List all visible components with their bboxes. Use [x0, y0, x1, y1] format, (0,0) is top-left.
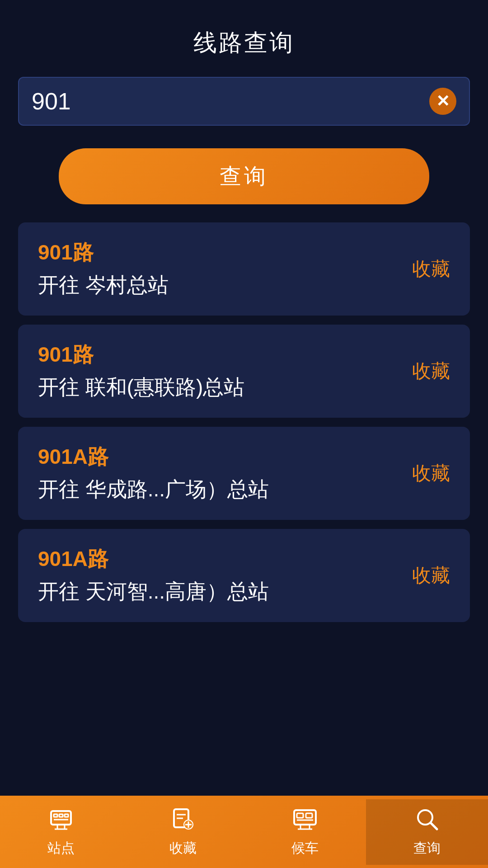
favorite-button-1[interactable]: 收藏 — [412, 256, 450, 282]
nav-label-waiting: 候车 — [291, 839, 319, 858]
page-container: 线路查询 ✕ 查询 901路 开往 岑村总站 收藏 901路 开往 联和(惠联路… — [0, 0, 488, 868]
waiting-icon — [292, 807, 318, 835]
favorite-button-2[interactable]: 收藏 — [412, 359, 450, 384]
svg-rect-16 — [306, 813, 312, 818]
route-dest-2: 开往 联和(惠联路)总站 — [38, 373, 403, 401]
nav-item-station[interactable]: 站点 — [0, 799, 122, 865]
result-info-4: 901A路 开往 天河智...高唐）总站 — [38, 545, 403, 606]
nav-item-query[interactable]: 查询 — [366, 799, 488, 865]
route-dest-4: 开往 天河智...高唐）总站 — [38, 578, 403, 606]
search-section: ✕ — [0, 72, 488, 126]
svg-line-22 — [431, 823, 437, 829]
nav-label-station: 站点 — [47, 839, 75, 858]
favorites-icon — [170, 807, 196, 835]
svg-rect-0 — [51, 811, 71, 825]
query-button-section: 查询 — [0, 126, 488, 222]
route-name-1: 901路 — [38, 239, 403, 267]
route-name-2: 901路 — [38, 341, 403, 369]
query-button[interactable]: 查询 — [59, 148, 429, 204]
page-title: 线路查询 — [18, 27, 470, 59]
result-info-1: 901路 开往 岑村总站 — [38, 239, 403, 299]
result-info-3: 901A路 开往 华成路...广场）总站 — [38, 443, 403, 504]
close-icon: ✕ — [436, 93, 450, 109]
search-bar: ✕ — [18, 77, 470, 126]
search-input[interactable] — [32, 88, 429, 115]
result-card-4[interactable]: 901A路 开往 天河智...高唐）总站 收藏 — [18, 529, 470, 622]
station-icon — [48, 807, 74, 835]
route-name-3: 901A路 — [38, 443, 403, 471]
svg-rect-15 — [297, 813, 303, 818]
result-card-2[interactable]: 901路 开往 联和(惠联路)总站 收藏 — [18, 325, 470, 418]
nav-label-query: 查询 — [413, 839, 441, 858]
route-name-4: 901A路 — [38, 545, 403, 573]
results-section: 901路 开往 岑村总站 收藏 901路 开往 联和(惠联路)总站 收藏 901… — [0, 222, 488, 622]
result-card-1[interactable]: 901路 开往 岑村总站 收藏 — [18, 222, 470, 316]
route-dest-1: 开往 岑村总站 — [38, 271, 403, 299]
favorite-button-3[interactable]: 收藏 — [412, 461, 450, 486]
nav-label-favorites: 收藏 — [169, 839, 197, 858]
result-info-2: 901路 开往 联和(惠联路)总站 — [38, 341, 403, 401]
svg-rect-1 — [54, 814, 57, 817]
bottom-nav: 站点 收藏 — [0, 796, 488, 868]
route-dest-3: 开往 华成路...广场）总站 — [38, 476, 403, 504]
nav-item-favorites[interactable]: 收藏 — [122, 799, 244, 865]
svg-rect-2 — [59, 814, 63, 817]
query-icon — [414, 807, 440, 835]
svg-rect-3 — [65, 814, 68, 817]
header: 线路查询 — [0, 0, 488, 72]
clear-button[interactable]: ✕ — [429, 88, 456, 115]
nav-item-waiting[interactable]: 候车 — [244, 799, 366, 865]
result-card-3[interactable]: 901A路 开往 华成路...广场）总站 收藏 — [18, 427, 470, 520]
favorite-button-4[interactable]: 收藏 — [412, 563, 450, 588]
